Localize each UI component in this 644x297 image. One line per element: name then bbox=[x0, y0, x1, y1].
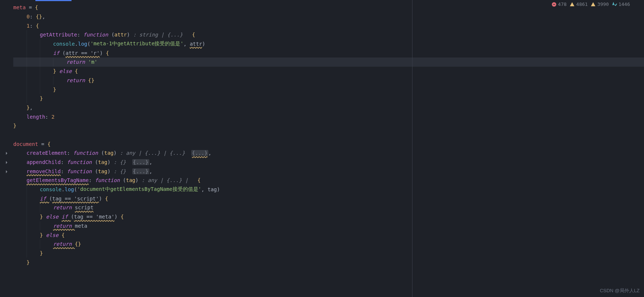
code-editor[interactable]: meta = { 0: {}, 1: { getAttribute: funct… bbox=[0, 0, 644, 297]
code-line: return meta bbox=[13, 221, 644, 231]
code-line: } else { bbox=[13, 67, 644, 76]
code-line: 0: {}, bbox=[13, 12, 644, 21]
typo-count[interactable]: 1446 bbox=[612, 1, 630, 7]
code-line: if (tag == 'script') { bbox=[13, 194, 644, 203]
inspection-status: 478 4861 3990 1446 bbox=[551, 1, 636, 7]
warning-count-1[interactable]: 4861 bbox=[570, 1, 588, 7]
spellcheck-icon bbox=[612, 2, 617, 7]
code-line: }, bbox=[13, 103, 644, 112]
code-line: } else { bbox=[13, 230, 644, 240]
code-line bbox=[13, 130, 644, 140]
code-line: console.log('document中getElementsByTagNa… bbox=[13, 185, 644, 194]
chevron-right-icon[interactable] bbox=[4, 151, 9, 155]
code-line: } bbox=[13, 121, 644, 130]
code-line: } bbox=[13, 85, 644, 94]
warning-icon bbox=[570, 2, 575, 7]
code-area[interactable]: meta = { 0: {}, 1: { getAttribute: funct… bbox=[13, 0, 644, 297]
code-line: document = { bbox=[13, 139, 644, 148]
chevron-right-icon[interactable] bbox=[4, 169, 9, 174]
code-line: } bbox=[13, 258, 644, 267]
chevron-right-icon[interactable] bbox=[4, 160, 9, 164]
code-line: getElementsByTagName: function (tag) : a… bbox=[13, 176, 644, 185]
code-line: return {} bbox=[13, 240, 644, 249]
code-line: meta = { bbox=[13, 3, 644, 12]
code-line: if (attr == 'r') { bbox=[13, 48, 644, 57]
code-line: appendChild: function (tag) : {} {...}, bbox=[13, 158, 644, 167]
code-line: return 'm' bbox=[13, 57, 644, 67]
code-line: return script bbox=[13, 203, 644, 212]
fold-gutter bbox=[0, 0, 13, 297]
code-line: 1: { bbox=[13, 21, 644, 30]
error-icon bbox=[551, 2, 557, 7]
code-line: createElement: function (tag) : any | {.… bbox=[13, 148, 644, 158]
code-line: return {} bbox=[13, 76, 644, 85]
warning-count-2[interactable]: 3990 bbox=[591, 1, 609, 7]
code-line: } else if (tag == 'meta') { bbox=[13, 212, 644, 221]
code-line: console.log('meta-1中getAttribute接受的值是', … bbox=[13, 39, 644, 49]
code-line: } bbox=[13, 249, 644, 258]
watermark: CSDN @局外人LZ bbox=[600, 287, 640, 294]
warning-icon bbox=[591, 2, 596, 7]
code-line: removeChild: function (tag) : {} {...}, bbox=[13, 167, 644, 176]
code-line: getAttribute: function (attr) : string |… bbox=[13, 30, 644, 39]
error-count[interactable]: 478 bbox=[551, 1, 567, 7]
code-line: } bbox=[13, 94, 644, 103]
code-line: length: 2 bbox=[13, 112, 644, 121]
editor-split-divider[interactable] bbox=[412, 0, 412, 297]
